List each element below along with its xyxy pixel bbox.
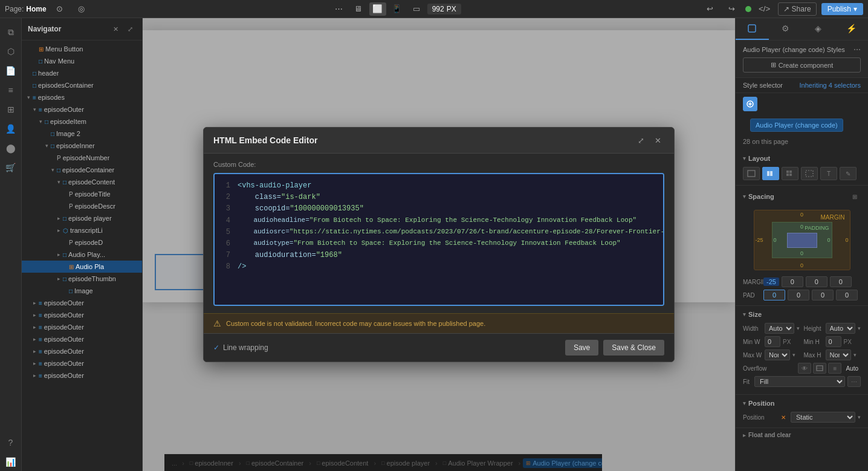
- tree-item-episodes-container[interactable]: □ episodesContainer: [22, 79, 142, 91]
- cms-icon-btn[interactable]: ≡: [2, 81, 20, 99]
- tablet-h-view-btn[interactable]: ▭: [408, 2, 425, 16]
- share-button[interactable]: ↗ Share: [778, 2, 817, 16]
- padding-bottom-input[interactable]: [812, 290, 834, 300]
- overflow-hidden-btn[interactable]: [813, 363, 826, 374]
- display-block-btn[interactable]: [743, 167, 760, 180]
- history-icon-btn[interactable]: ⊙: [51, 2, 68, 16]
- min-h-input[interactable]: [826, 336, 841, 347]
- tree-item-menu-button[interactable]: ⊞ Menu Button: [22, 43, 142, 55]
- tree-item-episode-thumb[interactable]: ▸ □ episodeThumbn: [22, 273, 142, 285]
- tree-item-episode-outer[interactable]: ▾ ≡ episodeOuter: [22, 103, 142, 115]
- tree-item-episode-outer-6[interactable]: ▸ ≡ episodeOuter: [22, 345, 142, 357]
- margin-top-input[interactable]: [782, 276, 803, 287]
- tree-item-episodes[interactable]: ▾ ≡ episodes: [22, 91, 142, 103]
- tree-item-episode-outer-7[interactable]: ▸ ≡ episodeOuter: [22, 357, 142, 369]
- layers-icon-btn[interactable]: ⧉: [2, 23, 20, 41]
- ecommerce-icon-btn[interactable]: 🛒: [2, 158, 20, 177]
- tree-item-episode-container[interactable]: ▾ □ episodeContainer: [22, 164, 142, 176]
- navigator-expand-btn[interactable]: ⤢: [124, 23, 136, 35]
- fit-select[interactable]: Fill: [754, 376, 845, 387]
- tree-item-episode-content[interactable]: ▾ □ episodeContent: [22, 176, 142, 188]
- component-badge[interactable]: Audio Player (change code): [750, 119, 843, 132]
- help-icon-btn[interactable]: ?: [2, 434, 20, 452]
- margin-bottom-input[interactable]: [830, 276, 852, 287]
- tree-item-episode-player[interactable]: ▸ □ episode player: [22, 212, 142, 224]
- overflow-visible-btn[interactable]: 👁: [798, 363, 811, 374]
- preview-icon-btn[interactable]: ◎: [73, 2, 90, 16]
- redo-btn[interactable]: ↪: [724, 2, 740, 16]
- overflow-scroll-btn[interactable]: ≡: [828, 363, 841, 374]
- height-select[interactable]: Auto: [826, 323, 855, 334]
- expand-arrow-icon: ▾: [743, 155, 746, 161]
- tree-item-episode-item[interactable]: ▾ □ episodeItem: [22, 115, 142, 128]
- desktop-view-btn[interactable]: 🖥: [350, 2, 367, 16]
- style-add-btn[interactable]: [743, 97, 757, 111]
- line-wrap-toggle[interactable]: ✓ Line wrapping: [213, 343, 268, 352]
- component-overflow-btn[interactable]: ⋯: [853, 45, 861, 54]
- modal-expand-btn[interactable]: ⤢: [634, 134, 647, 147]
- margin-left-badge[interactable]: -25: [763, 278, 779, 286]
- navigator-close-btn[interactable]: ✕: [109, 23, 121, 35]
- tree-item-episode-outer-4[interactable]: ▸ ≡ episodeOuter: [22, 321, 142, 333]
- tree-item-episode-descr[interactable]: P episodeDescr: [22, 200, 142, 212]
- float-section-header[interactable]: ▸ Float and clear: [743, 432, 861, 438]
- width-select[interactable]: Auto: [765, 323, 794, 334]
- save-close-button[interactable]: Save & Close: [603, 340, 664, 356]
- elements-icon-btn[interactable]: ⬡: [2, 42, 20, 60]
- max-h-select[interactable]: None: [826, 349, 851, 360]
- motion-tab[interactable]: ⚡: [835, 18, 868, 40]
- tree-item-image2[interactable]: □ Image 2: [22, 128, 142, 140]
- tree-item-transcript-li[interactable]: ▸ ⬡ transcriptLi: [22, 224, 142, 236]
- display-none-btn[interactable]: [801, 167, 818, 180]
- pages-icon-btn[interactable]: 📄: [2, 62, 20, 80]
- tree-item-audio-player-wrapper[interactable]: ▸ □ Audio Play...: [22, 248, 142, 261]
- tree-item-episode-inner[interactable]: ▾ □ episodeInner: [22, 140, 142, 152]
- padding-right-input[interactable]: [788, 290, 809, 300]
- position-select[interactable]: Static: [791, 412, 855, 423]
- text-icon: P: [57, 155, 61, 161]
- styles-tab[interactable]: [736, 18, 769, 40]
- interactions-tab[interactable]: ◈: [802, 18, 835, 40]
- overflow-menu-btn[interactable]: ⋯: [331, 2, 348, 16]
- layout-section-header[interactable]: ▾ Layout: [743, 155, 861, 162]
- tree-item-header[interactable]: □ header: [22, 67, 142, 79]
- tree-item-episode-outer-5[interactable]: ▸ ≡ episodeOuter: [22, 333, 142, 345]
- display-text-btn[interactable]: T: [820, 167, 837, 180]
- assets-icon-btn[interactable]: ⊞: [2, 100, 20, 119]
- modal-close-btn[interactable]: ✕: [651, 134, 664, 147]
- display-edit-btn[interactable]: ✎: [840, 167, 857, 180]
- tablet-view-btn[interactable]: ⬜: [369, 2, 386, 16]
- display-grid-btn[interactable]: [782, 167, 798, 180]
- tree-item-episode-number[interactable]: P episodeNumber: [22, 152, 142, 164]
- margin-right-input[interactable]: [806, 276, 828, 287]
- padding-top-input[interactable]: [763, 290, 785, 300]
- tree-item-episode-outer-8[interactable]: ▸ ≡ episodeOuter: [22, 369, 142, 382]
- tree-item-nav-menu[interactable]: □ Nav Menu: [22, 55, 142, 67]
- display-flex-row-btn[interactable]: [762, 167, 779, 180]
- code-view-btn[interactable]: </>: [756, 2, 773, 16]
- padding-left-input[interactable]: [836, 290, 858, 300]
- fit-more-btn[interactable]: ⋯: [847, 376, 861, 387]
- spacing-grid-btn[interactable]: ⊞: [849, 190, 861, 203]
- publish-button[interactable]: Publish ▾: [821, 3, 863, 15]
- style-selector-value[interactable]: Inheriting 4 selectors: [799, 82, 861, 89]
- members-icon-btn[interactable]: 👤: [2, 120, 20, 138]
- apps-icon-btn[interactable]: ⬤: [2, 139, 20, 157]
- save-button[interactable]: Save: [565, 340, 598, 356]
- mobile-view-btn[interactable]: 📱: [389, 2, 406, 16]
- undo-btn[interactable]: ↩: [702, 2, 719, 16]
- min-w-input[interactable]: [765, 336, 780, 347]
- tree-item-audio-player-code[interactable]: ⊞ Audio Pla: [22, 261, 142, 273]
- tree-item-episode-outer-2[interactable]: ▸ ≡ episodeOuter: [22, 297, 142, 309]
- analytics-icon-btn[interactable]: 📊: [2, 453, 20, 471]
- settings-tab[interactable]: ⚙: [769, 18, 802, 40]
- size-section-header[interactable]: ▾ Size: [743, 311, 861, 318]
- code-editor[interactable]: 1 <vhs-audio-player 2 class="is-dark" 3 …: [213, 173, 664, 306]
- position-section-header[interactable]: ▾ Position: [743, 400, 861, 407]
- tree-item-episode-d[interactable]: P episodeD: [22, 236, 142, 248]
- tree-item-episode-title[interactable]: P episodeTitle: [22, 188, 142, 200]
- tree-item-episode-outer-3[interactable]: ▸ ≡ episodeOuter: [22, 309, 142, 321]
- tree-item-image[interactable]: □ Image: [22, 285, 142, 297]
- create-component-button[interactable]: ⊞ Create component: [743, 57, 861, 73]
- max-w-select[interactable]: None: [765, 349, 790, 360]
